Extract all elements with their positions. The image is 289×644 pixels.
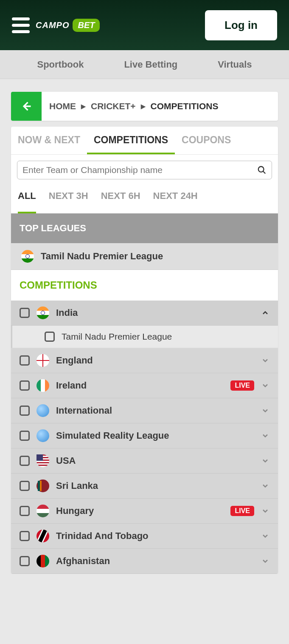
country-row[interactable]: International (11, 398, 278, 423)
country-row[interactable]: Simulated Reality League (11, 423, 278, 448)
checkbox[interactable] (45, 332, 55, 342)
country-row[interactable]: England (11, 348, 278, 373)
search-icon (257, 165, 267, 175)
top-leagues-header: TOP LEAGUES (11, 213, 278, 243)
top-league-label: Tamil Nadu Premier League (41, 251, 268, 262)
tab-now-next[interactable]: NOW & NEXT (11, 127, 87, 154)
time-tab-24h[interactable]: NEXT 24H (153, 190, 198, 207)
competitions-header: COMPETITIONS (11, 270, 278, 301)
chevron-down-icon (261, 457, 269, 465)
country-label: Hungary (56, 505, 224, 516)
checkbox[interactable] (20, 531, 30, 541)
time-tab-6h[interactable]: NEXT 6H (101, 190, 140, 207)
chevron-down-icon (261, 431, 269, 440)
country-row[interactable]: USA (11, 448, 278, 474)
flag-icon (36, 306, 49, 319)
flag-icon (36, 429, 49, 442)
flag-icon (36, 530, 49, 542)
country-label: Simulated Reality League (56, 430, 254, 441)
time-tab-3h[interactable]: NEXT 3H (49, 190, 88, 207)
chevron-down-icon (261, 356, 269, 365)
flag-icon (36, 479, 49, 492)
chevron-up-icon (261, 309, 269, 317)
country-label: Ireland (56, 380, 224, 391)
chevron-down-icon (261, 532, 269, 540)
logo-badge: BET (73, 19, 100, 32)
country-label: International (56, 405, 254, 416)
country-row[interactable]: India (11, 301, 278, 326)
checkbox[interactable] (20, 380, 30, 391)
flag-icon (36, 354, 49, 367)
chevron-down-icon (261, 557, 269, 565)
competition-label: Tamil Nadu Premier League (62, 332, 172, 342)
nav-virtuals[interactable]: Virtuals (218, 59, 252, 70)
checkbox[interactable] (20, 431, 30, 441)
nav-sportbook[interactable]: Sportbook (37, 59, 84, 70)
hamburger-menu-icon[interactable] (12, 17, 30, 33)
flag-icon (36, 379, 49, 392)
crumb-home[interactable]: HOME (49, 101, 76, 111)
country-label: England (56, 355, 254, 366)
search-field[interactable] (17, 161, 272, 179)
live-badge: LIVE (230, 506, 254, 516)
chevron-down-icon (261, 406, 269, 415)
top-league-row[interactable]: Tamil Nadu Premier League (11, 243, 278, 270)
flag-icon (36, 454, 49, 467)
checkbox[interactable] (20, 556, 30, 566)
checkbox[interactable] (20, 456, 30, 466)
country-row[interactable]: Trinidad And Tobago (11, 524, 278, 549)
header: CAMPO BET Log in (0, 0, 289, 50)
live-badge: LIVE (230, 380, 254, 391)
chevron-down-icon (261, 381, 269, 390)
country-label: India (56, 307, 254, 318)
crumb-sport[interactable]: CRICKET+ (91, 101, 136, 111)
nav-live-betting[interactable]: Live Betting (124, 59, 177, 70)
arrow-left-icon (20, 100, 32, 112)
country-row[interactable]: Afghanistan (11, 549, 278, 574)
country-row[interactable]: HungaryLIVE (11, 499, 278, 524)
svg-point-0 (258, 167, 264, 172)
checkbox[interactable] (20, 481, 30, 491)
tab-coupons[interactable]: COUPONS (175, 127, 238, 154)
tab-competitions[interactable]: COMPETITIONS (87, 127, 175, 154)
competitions-list: IndiaTamil Nadu Premier LeagueEnglandIre… (11, 301, 278, 574)
chevron-down-icon (261, 482, 269, 490)
secondary-nav: Sportbook Live Betting Virtuals (0, 50, 289, 79)
checkbox[interactable] (20, 355, 30, 366)
time-filter-tabs: ALL NEXT 3H NEXT 6H NEXT 24H (11, 183, 278, 213)
chevron-right-icon: ▶ (141, 103, 146, 110)
logo-text: CAMPO (36, 20, 69, 30)
country-row[interactable]: IrelandLIVE (11, 373, 278, 398)
login-button[interactable]: Log in (205, 10, 277, 40)
search-input[interactable] (22, 165, 257, 175)
country-row[interactable]: Sri Lanka (11, 474, 278, 499)
checkbox[interactable] (20, 406, 30, 416)
main-tabs: NOW & NEXT COMPETITIONS COUPONS (11, 127, 278, 155)
checkbox[interactable] (20, 308, 30, 318)
flag-icon (36, 555, 49, 567)
country-label: Afghanistan (56, 556, 254, 567)
back-button[interactable] (11, 92, 42, 121)
chevron-right-icon: ▶ (81, 103, 86, 110)
breadcrumb: HOME ▶ CRICKET+ ▶ COMPETITIONS (42, 92, 226, 121)
country-label: USA (56, 455, 254, 466)
logo[interactable]: CAMPO BET (36, 19, 100, 32)
flag-icon (36, 505, 49, 517)
checkbox[interactable] (20, 506, 30, 516)
main-panel: NOW & NEXT COMPETITIONS COUPONS ALL NEXT… (11, 127, 278, 574)
chevron-down-icon (261, 507, 269, 515)
country-label: Trinidad And Tobago (56, 531, 254, 542)
competition-sub-row[interactable]: Tamil Nadu Premier League (11, 326, 278, 348)
flag-icon (21, 250, 34, 263)
crumb-current: COMPETITIONS (151, 101, 219, 111)
country-label: Sri Lanka (56, 480, 254, 491)
time-tab-all[interactable]: ALL (18, 190, 36, 213)
breadcrumb-bar: HOME ▶ CRICKET+ ▶ COMPETITIONS (11, 92, 278, 121)
flag-icon (36, 404, 49, 417)
